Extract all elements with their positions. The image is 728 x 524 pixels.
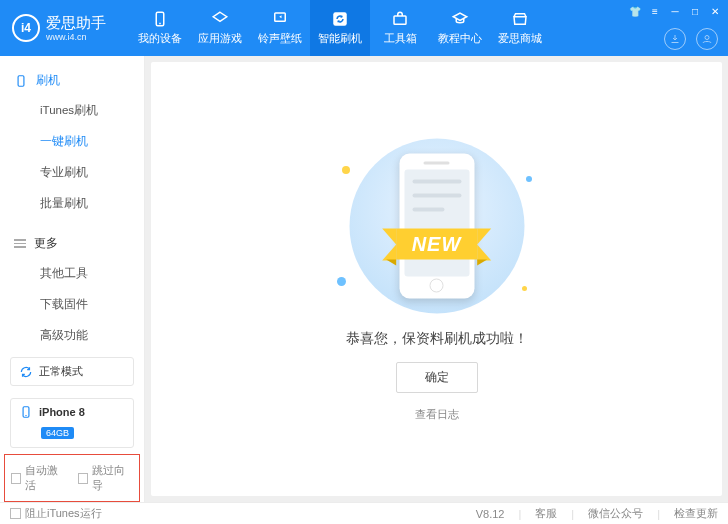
sidebar-head-label: 更多 [34,235,58,252]
theme-icon[interactable]: 👕 [628,4,642,18]
storage-badge: 64GB [41,427,74,439]
nav-smart-flash[interactable]: 智能刷机 [310,0,370,56]
ok-button[interactable]: 确定 [396,362,478,393]
graduation-icon [451,10,469,28]
store-icon [511,10,529,28]
result-canvas: NEW 恭喜您，保资料刷机成功啦！ 确定 查看日志 [151,62,722,496]
download-icon [669,33,681,45]
logo-icon: i4 [12,14,40,42]
hamburger-icon [14,237,26,250]
sidebar-head-flash[interactable]: 刷机 [0,66,144,95]
phone-icon [151,10,169,28]
support-link[interactable]: 客服 [535,506,557,521]
maximize-icon[interactable]: □ [688,4,702,18]
svg-rect-6 [18,75,24,86]
nav-label: 智能刷机 [318,31,362,46]
ribbon-text: NEW [396,229,478,260]
checkbox-icon [10,508,21,519]
status-bar: 阻止iTunes运行 V8.12 | 客服 | 微信公众号 | 检查更新 [0,502,728,524]
confetti-dot [526,176,532,182]
skip-wizard-label: 跳过向导 [92,463,133,493]
check-update-link[interactable]: 检查更新 [674,506,718,521]
device-phone-icon [19,405,33,419]
nav-label: 铃声壁纸 [258,31,302,46]
refresh-icon [331,10,349,28]
svg-rect-3 [333,12,347,26]
close-icon[interactable]: ✕ [708,4,722,18]
nav-label: 爱思商城 [498,31,542,46]
nav-label: 工具箱 [384,31,417,46]
svg-rect-4 [394,16,406,24]
checkbox-icon [78,473,88,484]
wechat-link[interactable]: 微信公众号 [588,506,643,521]
brand-name: 爱思助手 [46,15,106,30]
sidebar-group-more: 更多 其他工具 下载固件 高级功能 [0,219,144,351]
new-ribbon: NEW [396,229,478,260]
illus-phone-screen [404,170,469,277]
success-illustration: NEW [322,136,552,316]
success-message: 恭喜您，保资料刷机成功啦！ [346,330,528,348]
download-button[interactable] [664,28,686,50]
account-button[interactable] [696,28,718,50]
nav-apps-games[interactable]: 应用游戏 [190,0,250,56]
status-right: V8.12 | 客服 | 微信公众号 | 检查更新 [476,506,718,521]
mode-box[interactable]: 正常模式 [10,357,134,386]
mode-label: 正常模式 [39,364,83,379]
menu-icon[interactable]: ≡ [648,4,662,18]
toolbox-icon [391,10,409,28]
auto-activate-checkbox[interactable]: 自动激活 [11,463,66,493]
separator: | [571,508,574,520]
brand-text-wrap: 爱思助手 www.i4.cn [46,15,106,42]
nav-label: 教程中心 [438,31,482,46]
bottom-options-highlighted: 自动激活 跳过向导 [4,454,140,502]
separator: | [657,508,660,520]
sidebar-item-oneclick-flash[interactable]: 一键刷机 [0,126,144,157]
brand-logo: i4 爱思助手 www.i4.cn [0,14,130,42]
nav-label: 应用游戏 [198,31,242,46]
separator: | [518,508,521,520]
device-box[interactable]: iPhone 8 64GB [10,398,134,448]
window-controls: 👕 ≡ ─ □ ✕ [628,4,722,18]
nav-tutorials[interactable]: 教程中心 [430,0,490,56]
minimize-icon[interactable]: ─ [668,4,682,18]
music-icon [271,10,289,28]
sidebar-item-other-tools[interactable]: 其他工具 [0,258,144,289]
nav-my-device[interactable]: 我的设备 [130,0,190,56]
confetti-dot [337,277,346,286]
phone-small-icon [14,74,28,88]
sidebar-item-pro-flash[interactable]: 专业刷机 [0,157,144,188]
header-right [664,28,718,50]
nav-label: 我的设备 [138,31,182,46]
svg-point-5 [705,36,709,40]
sidebar-item-itunes-flash[interactable]: iTunes刷机 [0,95,144,126]
checkbox-icon [11,473,21,484]
sidebar-head-more[interactable]: 更多 [0,229,144,258]
illus-phone [399,154,474,299]
refresh-small-icon [19,365,33,379]
skip-wizard-checkbox[interactable]: 跳过向导 [78,463,133,493]
app-header: i4 爱思助手 www.i4.cn 我的设备 应用游戏 铃声壁纸 智能刷机 工具… [0,0,728,56]
nav-toolbox[interactable]: 工具箱 [370,0,430,56]
sidebar-item-download-firmware[interactable]: 下载固件 [0,289,144,320]
brand-site: www.i4.cn [46,32,106,42]
app-body: 刷机 iTunes刷机 一键刷机 专业刷机 批量刷机 更多 其他工具 下载固件 … [0,56,728,502]
confetti-dot [342,166,350,174]
block-itunes-checkbox[interactable]: 阻止iTunes运行 [10,506,102,521]
apps-icon [211,10,229,28]
user-icon [701,33,713,45]
sidebar-group-flash: 刷机 iTunes刷机 一键刷机 专业刷机 批量刷机 [0,56,144,219]
sidebar-head-label: 刷机 [36,72,60,89]
block-itunes-label: 阻止iTunes运行 [25,506,102,521]
version-label: V8.12 [476,508,505,520]
nav-store[interactable]: 爱思商城 [490,0,550,56]
view-log-link[interactable]: 查看日志 [415,407,459,422]
auto-activate-label: 自动激活 [25,463,66,493]
confetti-dot [522,286,527,291]
nav-ringtones[interactable]: 铃声壁纸 [250,0,310,56]
sidebar: 刷机 iTunes刷机 一键刷机 专业刷机 批量刷机 更多 其他工具 下载固件 … [0,56,145,502]
main-area: NEW 恭喜您，保资料刷机成功啦！ 确定 查看日志 [145,56,728,502]
device-name: iPhone 8 [39,406,85,418]
sidebar-item-advanced[interactable]: 高级功能 [0,320,144,351]
sidebar-item-batch-flash[interactable]: 批量刷机 [0,188,144,219]
